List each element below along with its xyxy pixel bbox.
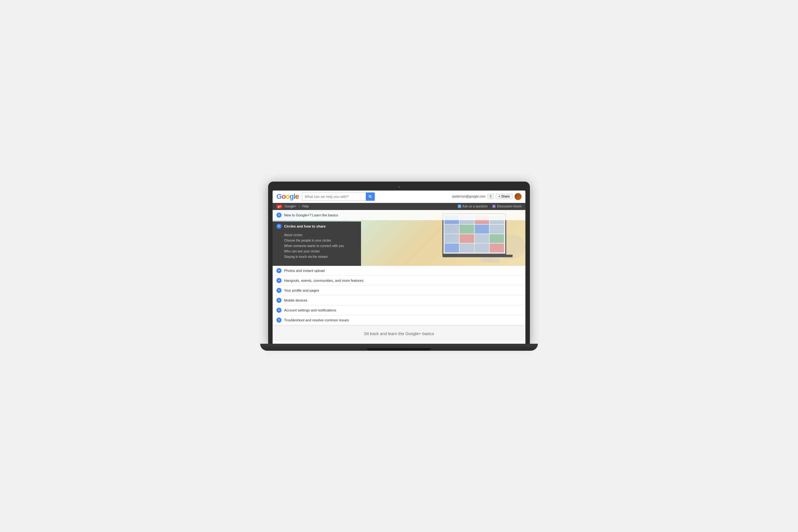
notification-badge[interactable]: 0 [488,194,494,199]
photos-icon: + [277,268,282,273]
menu-hangouts[interactable]: + Hangouts, events, communities, and mor… [272,276,526,286]
footer-section: Sit back and learn the Google+ basics [272,325,526,341]
user-email: cpeterson@google.com [452,195,486,198]
profile-icon: + [277,288,282,293]
screen-cell-9 [445,234,459,243]
laptop-base [260,344,538,351]
share-button[interactable]: + Share [496,194,513,199]
google-logo: Google [277,192,299,201]
laptop-screen-bezel: Google cpeterson@google.com 0 [268,182,530,344]
logo-g: G [277,192,282,201]
screen-cell-10 [460,234,474,243]
screen-cell-14 [460,244,474,252]
troubleshoot-icon: + [277,318,282,323]
nav-help[interactable]: Help [302,205,309,208]
circles-expanded-header[interactable]: + Circles and how to share [272,222,361,231]
logo-o2: o [286,192,289,201]
camera-dot [398,186,400,188]
laptop-wrapper: Google cpeterson@google.com 0 [255,182,543,351]
profile-label: Your profile and pages [284,288,319,292]
menu-troubleshoot[interactable]: + Troubleshoot and resolve common issues [272,315,526,325]
screen-cell-15 [475,244,489,252]
screen-cell-12 [490,234,504,243]
screen-cell-6 [460,225,474,234]
sub-about-circles[interactable]: About circles [284,232,361,238]
logo-o1: o [282,192,285,201]
logo-e: e [295,192,299,201]
nav-right: ? Ask us a question D Discussion forum [458,205,521,208]
search-input[interactable] [302,192,366,201]
ask-label: Ask us a question [462,205,488,208]
screen-cell-13 [445,244,459,252]
screen-cell-7 [475,225,489,234]
new-gplus-icon: + [277,212,282,217]
hero-laptop-base [442,255,513,257]
nav-left: g+ Google+ > Help [277,205,309,208]
hero-new-to-gplus-row[interactable]: + New to Google+? Learn the basics [272,210,526,220]
ask-question-item[interactable]: ? Ask us a question [458,205,488,208]
search-bar[interactable] [302,192,385,201]
sub-someone-wants[interactable]: When someone wants to connect with you [284,243,361,249]
discussion-label: Discussion forum [497,205,521,208]
logo-g2: g [289,192,293,201]
search-button[interactable] [366,192,375,201]
header-right: cpeterson@google.com 0 + Share [452,193,521,200]
hangouts-label: Hangouts, events, communities, and more … [284,279,364,282]
discussion-icon: D [492,205,496,208]
menu-mobile[interactable]: + Mobile devices [272,296,526,305]
circles-title: Circles and how to share [284,224,326,228]
new-gplus-label: New to Google+? Learn the basics [284,213,338,217]
gplus-icon: g+ [277,205,283,208]
screen-cell-8 [490,225,504,234]
menu-profile[interactable]: + Your profile and pages [272,286,526,296]
gplus-text[interactable]: Google+ [284,205,297,208]
sub-staying-in-touch[interactable]: Staying in touch via the stream [284,254,361,260]
screen-cell-5 [445,225,459,234]
avatar [515,193,521,200]
troubleshoot-label: Troubleshoot and resolve common issues [284,318,349,322]
mobile-icon: + [277,298,282,303]
search-icon [369,195,372,198]
menu-photos[interactable]: + Photos and instant upload [272,266,526,276]
menu-account[interactable]: + Account settings and notifications [272,305,526,315]
main-menu-list: + Photos and instant upload + Hangouts, … [272,266,526,325]
discussion-forum-item[interactable]: D Discussion forum [492,205,521,208]
footer-text: Sit back and learn the Google+ basics [364,331,434,336]
page-scene: Google cpeterson@google.com 0 [255,182,543,351]
hero-section: + New to Google+? Learn the basics + Cir… [272,210,526,266]
hero-laptop-mockup [442,213,516,263]
sub-who-can-see[interactable]: Who can see your circles [284,249,361,254]
photos-label: Photos and instant upload [284,269,325,272]
screen-content: Google cpeterson@google.com 0 [272,191,526,344]
nav-bar: g+ Google+ > Help ? Ask us a question D … [272,203,526,210]
svg-point-0 [369,195,371,197]
screen-cell-16 [490,244,504,252]
account-label: Account settings and notifications [284,308,336,312]
google-header: Google cpeterson@google.com 0 [272,191,526,203]
circles-icon: + [277,224,282,229]
sub-choose-people[interactable]: Choose the people in your circles [284,238,361,243]
svg-line-1 [370,197,372,198]
nav-separator: > [299,205,300,208]
hangouts-icon: + [277,278,282,283]
circles-expanded-menu: + Circles and how to share About circles… [272,222,361,266]
circles-sub-menu: About circles Choose the people in your … [272,231,361,261]
mobile-label: Mobile devices [284,298,307,302]
screen-cell-11 [475,234,489,243]
account-icon: + [277,308,282,313]
ask-icon: ? [458,205,461,208]
